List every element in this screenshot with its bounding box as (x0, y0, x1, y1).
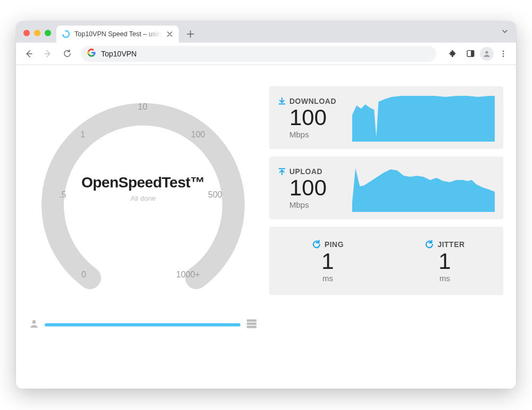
side-panel-button[interactable] (462, 45, 479, 62)
ping-unit: ms (322, 274, 333, 283)
close-window-button[interactable] (23, 30, 30, 36)
jitter-unit: ms (439, 274, 450, 283)
menu-button[interactable] (495, 45, 512, 62)
upload-label: UPLOAD (289, 167, 322, 176)
page-content: 0 .5 1 10 100 500 1000+ OpenSpeedTest™ A… (16, 65, 516, 389)
gauge-brand: OpenSpeedTest™ (31, 174, 255, 191)
new-tab-button[interactable] (183, 27, 198, 42)
profile-button[interactable] (480, 47, 494, 61)
gauge-tick-0: 0 (81, 270, 86, 280)
ping-block: PING 1 ms (269, 227, 386, 295)
reload-button[interactable] (59, 45, 76, 62)
metrics-section: DOWNLOAD 100 Mbps UPLOAD 100 Mbps (269, 86, 503, 376)
ping-icon (312, 240, 321, 249)
jitter-label: JITTER (437, 240, 464, 249)
upload-sparkline (352, 164, 495, 212)
download-unit: Mbps (289, 130, 352, 139)
window-controls (23, 30, 51, 36)
back-button[interactable] (20, 45, 37, 62)
extensions-button[interactable] (444, 45, 461, 62)
download-label: DOWNLOAD (289, 97, 336, 105)
url-text: Top10VPN (101, 50, 137, 58)
ping-label: PING (325, 240, 344, 249)
download-sparkline (352, 94, 495, 142)
tab-title: Top10VPN Speed Test – using O (74, 30, 162, 38)
gauge-section: 0 .5 1 10 100 500 1000+ OpenSpeedTest™ A… (29, 86, 257, 376)
download-value: 100 (289, 106, 352, 129)
svg-rect-10 (247, 326, 256, 329)
gauge-status: All done (31, 194, 255, 202)
maximize-window-button[interactable] (45, 30, 51, 36)
speed-gauge: 0 .5 1 10 100 500 1000+ OpenSpeedTest™ A… (31, 86, 255, 310)
browser-tab[interactable]: Top10VPN Speed Test – using O (56, 26, 179, 43)
browser-window: Top10VPN Speed Test – using O (16, 21, 516, 389)
toolbar: Top10VPN (16, 43, 516, 65)
server-icon (246, 318, 257, 331)
svg-point-4 (503, 51, 504, 52)
jitter-icon (425, 240, 434, 249)
gauge-tick-100: 100 (191, 130, 205, 140)
download-panel: DOWNLOAD 100 Mbps (269, 86, 503, 149)
latency-panel: PING 1 ms JITTER 1 ms (269, 227, 503, 295)
google-icon (87, 48, 96, 59)
toolbar-right (444, 45, 512, 62)
jitter-block: JITTER 1 ms (386, 227, 503, 295)
download-icon (278, 97, 286, 105)
svg-point-3 (485, 51, 488, 53)
svg-rect-2 (471, 51, 474, 56)
gauge-tick-1: 1 (80, 130, 85, 140)
tab-favicon-icon (62, 30, 70, 38)
tabs-dropdown-button[interactable] (501, 28, 509, 37)
user-icon (29, 318, 39, 331)
svg-point-6 (503, 55, 504, 57)
address-bar[interactable]: Top10VPN (81, 46, 436, 62)
gauge-tick-1000: 1000+ (176, 270, 200, 280)
svg-point-7 (32, 320, 36, 324)
upload-icon (278, 167, 286, 176)
gauge-tick-10: 10 (138, 102, 147, 112)
tab-strip: Top10VPN Speed Test – using O (16, 21, 516, 43)
jitter-value: 1 (438, 250, 451, 273)
minimize-window-button[interactable] (34, 30, 40, 36)
forward-button[interactable] (39, 45, 56, 62)
upload-value: 100 (289, 177, 352, 199)
progress-row (29, 318, 257, 331)
close-tab-button[interactable] (166, 30, 173, 38)
svg-point-0 (62, 30, 70, 38)
progress-bar (45, 323, 240, 326)
upload-unit: Mbps (289, 200, 352, 209)
upload-panel: UPLOAD 100 Mbps (269, 157, 503, 219)
ping-value: 1 (321, 250, 334, 273)
svg-rect-8 (247, 319, 256, 322)
svg-rect-9 (247, 323, 256, 325)
svg-point-5 (503, 53, 504, 54)
